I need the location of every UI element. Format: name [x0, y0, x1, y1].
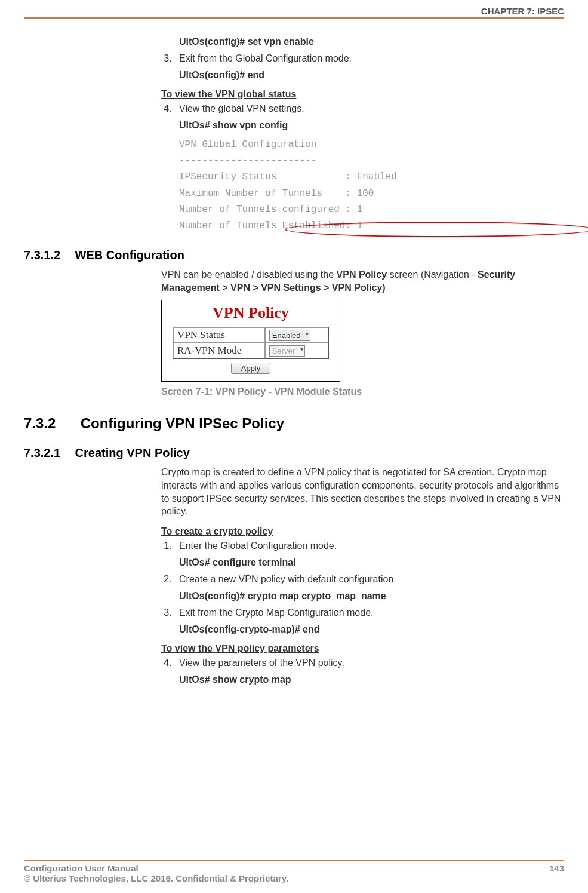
heading-text: Creating VPN Policy — [75, 446, 190, 459]
content-block-1: UltOs(config)# set vpn enable Exit from … — [161, 36, 564, 234]
cmd-configure-terminal: UltOs# configure terminal — [179, 557, 564, 568]
cmd-show-vpn-config: UltOs# show vpn config — [179, 120, 564, 131]
content-7-3-1-2: VPN can be enabled / disabled using the … — [161, 268, 564, 397]
cmd-crypto-map: UltOs(config)# crypto map crypto_map_nam… — [179, 591, 564, 602]
heading-text: Configuring VPN IPSec Policy — [81, 415, 284, 431]
page-footer: Configuration User Manual © Ulterius Tec… — [24, 860, 564, 883]
para-part-2: screen (Navigation - — [387, 269, 478, 280]
step-3-exit: Exit from the Global Configuration mode. — [174, 53, 564, 64]
subhead-view-vpn-global: To view the VPN global status — [161, 89, 564, 100]
step-4-view-params: View the parameters of the VPN policy. — [174, 658, 564, 668]
figure-title: VPN Policy — [167, 304, 335, 322]
heading-7-3-1-2: 7.3.1.2 WEB Configuration — [24, 248, 564, 262]
output-line-2: ------------------------ — [179, 153, 564, 169]
dropdown-vpn-status[interactable]: Enabled — [269, 330, 311, 341]
cell-vpn-status-value: Enabled — [265, 327, 328, 343]
para-crypto-map: Crypto map is created to define a VPN po… — [161, 466, 564, 517]
step-2-create-policy: Create a new VPN policy with default con… — [174, 574, 564, 585]
label-vpn-status: VPN Status — [173, 327, 265, 343]
cmd-end: UltOs(config)# end — [179, 70, 564, 81]
para-bold-1: VPN Policy — [337, 269, 387, 280]
heading-text: WEB Configuration — [75, 248, 184, 262]
cmd-show-crypto-map: UltOs# show crypto map — [179, 674, 564, 685]
cell-ra-vpn-mode-value: Server — [265, 343, 328, 358]
subhead-view-vpn-policy: To view the VPN policy parameters — [161, 643, 564, 654]
footer-rule — [24, 860, 564, 861]
content-7-3-2-1: Crypto map is created to define a VPN po… — [161, 466, 564, 685]
step-3-exit-crypto: Exit from the Crypto Map Configuration m… — [174, 607, 564, 618]
footer-title: Configuration User Manual — [24, 863, 288, 873]
heading-7-3-2: 7.3.2 Configuring VPN IPSec Policy — [24, 415, 564, 432]
output-line-3: IPSecurity Status : Enabled — [179, 169, 564, 185]
heading-7-3-2-1: 7.3.2.1 Creating VPN Policy — [24, 446, 564, 460]
step-1-enter-global: Enter the Global Configuration mode. — [174, 541, 564, 551]
figure-table: VPN Status Enabled RA-VPN Mode Server — [173, 327, 329, 359]
apply-button[interactable]: Apply — [231, 363, 270, 374]
heading-number: 7.3.2.1 — [24, 446, 72, 460]
heading-number: 7.3.1.2 — [24, 248, 72, 262]
figure-caption: Screen 7-1: VPN Policy - VPN Module Stat… — [161, 386, 564, 397]
footer-copyright: © Ulterius Technologies, LLC 2016. Confi… — [24, 873, 288, 883]
header-rule — [24, 17, 564, 19]
label-ra-vpn-mode: RA-VPN Mode — [173, 343, 265, 358]
subhead-create-crypto: To create a crypto policy — [161, 526, 564, 537]
cmd-crypto-end: UltOs(config-crypto-map)# end — [179, 624, 564, 635]
figure-vpn-policy: VPN Policy VPN Status Enabled RA-VPN Mod… — [161, 300, 340, 382]
output-line-5: Number of Tunnels configured : 1 — [179, 202, 564, 218]
para-part-1: VPN can be enabled / disabled using the — [161, 269, 337, 280]
output-line-4: Maximum Number of Tunnels : 100 — [179, 186, 564, 202]
para-vpn-enable: VPN can be enabled / disabled using the … — [161, 268, 564, 294]
heading-number: 7.3.2 — [24, 415, 76, 432]
chapter-header: CHAPTER 7: IPSEC — [24, 6, 564, 16]
step-4-view: View the global VPN settings. — [174, 103, 564, 114]
cmd-set-vpn-enable: UltOs(config)# set vpn enable — [179, 36, 564, 47]
output-line-6: Number of Tunnels Established: 1 — [179, 218, 564, 234]
dropdown-ra-vpn-mode[interactable]: Server — [269, 345, 305, 357]
page-number: 143 — [549, 863, 564, 883]
output-line-1: VPN Global Configuration — [179, 137, 564, 153]
